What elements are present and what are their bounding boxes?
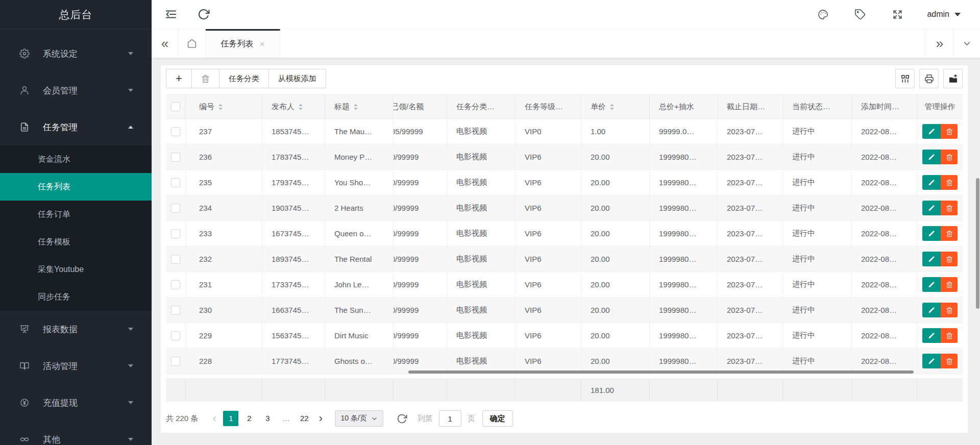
toolbar-right [895, 69, 963, 88]
delete-button[interactable] [941, 354, 958, 368]
row-checkbox[interactable] [171, 306, 180, 315]
cell-category: 电影视频 [447, 144, 516, 170]
column-header-publisher[interactable]: 发布人 [262, 95, 325, 119]
row-checkbox[interactable] [171, 204, 180, 213]
theme-button[interactable] [817, 9, 829, 20]
sort-icon[interactable] [610, 104, 614, 110]
edit-button[interactable] [922, 175, 941, 190]
row-checkbox[interactable] [171, 153, 180, 162]
columns-toggle-button[interactable] [895, 69, 915, 88]
row-checkbox[interactable] [171, 280, 180, 289]
refresh-button[interactable] [198, 8, 210, 20]
tab-bar: « 任务列表 × » [152, 29, 980, 58]
delete-button[interactable] [941, 201, 958, 215]
add-button[interactable]: + [166, 69, 192, 88]
close-icon[interactable]: × [260, 39, 265, 50]
edit-button[interactable] [922, 150, 941, 164]
edit-button[interactable] [922, 354, 941, 368]
delete-button[interactable] [941, 226, 958, 241]
column-header-unit-price[interactable]: 单价 [581, 95, 650, 119]
home-tab-button[interactable] [179, 29, 206, 58]
sort-icon[interactable] [218, 104, 223, 110]
edit-button[interactable] [922, 303, 941, 317]
column-header-title[interactable]: 标题 [325, 95, 394, 119]
chevron-down-icon [128, 328, 133, 331]
tabs-scroll-left-button[interactable]: « [152, 29, 179, 58]
trash-icon [946, 179, 953, 186]
sidebar-item-活动管理[interactable]: 活动管理 [0, 348, 152, 384]
prev-page-button[interactable]: ‹ [207, 413, 222, 424]
print-button[interactable] [919, 69, 939, 88]
pager-refresh-button[interactable] [397, 413, 407, 424]
goto-page-input[interactable] [439, 410, 461, 427]
table-row: 2361783745…Money P…0/99999电影视频VIP620.001… [166, 144, 963, 170]
delete-button[interactable] [941, 303, 958, 317]
page-size-select[interactable]: 10 条/页 [335, 410, 383, 427]
delete-button[interactable] [192, 69, 219, 88]
select-all-checkbox[interactable] [171, 102, 180, 111]
sidebar-subitem-任务订单[interactable]: 任务订单 [0, 201, 152, 228]
sidebar-item-任务管理[interactable]: 任务管理 [0, 109, 152, 145]
sidebar-item-报表数据[interactable]: 报表数据 [0, 311, 152, 348]
cell-deadline: 2023-07… [718, 323, 783, 349]
cell-added-time: 2022-08… [852, 170, 917, 195]
vertical-scrollbar[interactable] [976, 178, 979, 309]
edit-button[interactable] [922, 124, 941, 139]
horizontal-scrollbar[interactable] [408, 370, 914, 374]
edit-button[interactable] [922, 328, 941, 343]
sidebar-subitem-资金流水[interactable]: 资金流水 [0, 145, 152, 173]
confirm-button[interactable]: 确定 [482, 410, 513, 427]
chevron-down-icon [128, 438, 133, 441]
tabs-scroll-right-button[interactable]: » [926, 29, 953, 58]
delete-button[interactable] [941, 252, 958, 266]
delete-button[interactable] [941, 328, 958, 343]
trash-icon [946, 230, 953, 237]
edit-button[interactable] [922, 201, 941, 215]
delete-button[interactable] [941, 277, 958, 292]
sidebar-subitem-采集Youtube[interactable]: 采集Youtube [0, 256, 152, 283]
cell-actions [917, 170, 963, 195]
delete-button[interactable] [941, 150, 958, 164]
edit-button[interactable] [922, 277, 941, 292]
row-checkbox[interactable] [171, 255, 180, 264]
user-menu[interactable]: admin [927, 10, 961, 19]
cell-title: You Sho… [325, 170, 394, 195]
edit-button[interactable] [922, 252, 941, 266]
cell-actions [917, 221, 963, 246]
page-number-22[interactable]: 22 [297, 411, 312, 426]
row-checkbox[interactable] [171, 229, 180, 238]
tab-task-list[interactable]: 任务列表 × [206, 29, 280, 58]
sidebar-item-系统设定[interactable]: 系统设定 [0, 35, 152, 72]
delete-button[interactable] [941, 175, 958, 190]
page-number-3[interactable]: 3 [260, 411, 275, 426]
page-number-2[interactable]: 2 [241, 411, 257, 426]
row-checkbox[interactable] [171, 357, 180, 366]
delete-button[interactable] [941, 124, 958, 139]
sidebar-item-其他[interactable]: 其他 [0, 421, 152, 445]
tag-button[interactable] [854, 9, 866, 20]
row-checkbox[interactable] [171, 331, 180, 340]
next-page-button[interactable]: › [313, 413, 328, 424]
task-category-button[interactable]: 任务分类 [219, 69, 269, 88]
sidebar-item-充值提现[interactable]: 充值提现 [0, 384, 152, 421]
cell-status: 进行中 [783, 195, 852, 221]
add-from-template-button[interactable]: 从模板添加 [269, 69, 326, 88]
sidebar-subitem-同步任务[interactable]: 同步任务 [0, 283, 152, 311]
sort-icon[interactable] [354, 104, 358, 110]
fullscreen-button[interactable] [892, 9, 903, 20]
tabs-menu-button[interactable] [953, 29, 980, 58]
pencil-icon [928, 332, 935, 339]
sidebar-subitem-任务列表[interactable]: 任务列表 [0, 173, 152, 201]
sidebar-item-会员管理[interactable]: 会员管理 [0, 72, 152, 109]
cell-category: 电影视频 [447, 221, 516, 246]
column-header-id[interactable]: 编号 [186, 95, 262, 119]
row-checkbox[interactable] [171, 127, 180, 136]
row-checkbox[interactable] [171, 178, 180, 187]
sort-icon[interactable] [299, 104, 303, 110]
edit-button[interactable] [922, 226, 941, 241]
export-button[interactable] [943, 69, 963, 88]
sidebar-subitem-任务模板[interactable]: 任务模板 [0, 228, 152, 256]
sidebar-toggle-button[interactable] [165, 8, 177, 20]
page-number-1[interactable]: 1 [223, 411, 238, 426]
cell-status: 进行中 [783, 144, 852, 170]
